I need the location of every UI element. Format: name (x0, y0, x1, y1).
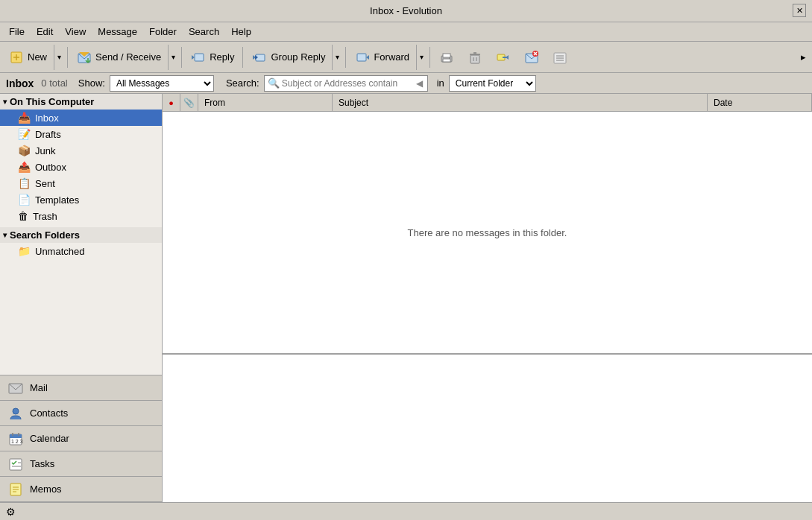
menu-edit[interactable]: Edit (31, 25, 59, 39)
new-icon (8, 49, 25, 66)
on-this-computer-header[interactable]: ▾ On This Computer (0, 94, 162, 110)
junk-icon: 📦 (18, 145, 31, 156)
titlebar-title: Inbox - Evolution (370, 5, 442, 16)
trash-icon: 🗑 (18, 210, 28, 222)
list-icon (552, 49, 568, 66)
folder-templates-label: Templates (35, 194, 79, 206)
nav-calendar-button[interactable]: 1 2 3 Calendar (0, 426, 162, 451)
reply-button[interactable]: Reply (185, 45, 239, 70)
col-subject-label: Subject (339, 98, 368, 108)
col-header-from[interactable]: From (198, 94, 333, 111)
folder-templates[interactable]: 📄 Templates (0, 191, 162, 208)
folder-drafts-label: Drafts (35, 129, 61, 140)
nav-contacts-label: Contacts (30, 408, 68, 419)
search-clear-button[interactable]: ◀ (416, 78, 423, 89)
toolbar-more-button[interactable]: ▸ (797, 45, 809, 70)
menu-message[interactable]: Message (92, 25, 143, 39)
new-button[interactable]: New (3, 45, 52, 70)
message-list-body: There are no messages in this folder. (163, 112, 812, 353)
svg-rect-16 (443, 54, 450, 57)
drafts-icon: 📝 (18, 128, 31, 140)
menu-help[interactable]: Help (225, 25, 257, 39)
nav-contacts-button[interactable]: Contacts (0, 401, 162, 426)
folder-outbox[interactable]: 📤 Outbox (0, 159, 162, 175)
folder-junk[interactable]: 📦 Junk (0, 142, 162, 159)
bottom-nav: Mail Contacts (0, 375, 162, 502)
expand-search-folders-arrow-icon: ▾ (3, 231, 7, 239)
folder-unmatched[interactable]: 📁 Unmatched (0, 243, 162, 259)
forward-button[interactable]: Forward (349, 45, 415, 70)
on-this-computer-label: On This Computer (10, 96, 94, 107)
list-button[interactable] (547, 45, 573, 70)
show-select[interactable]: All Messages Unread Messages Recent Mess… (110, 75, 214, 92)
tasks-nav-icon (7, 456, 24, 472)
empty-message: There are no messages in this folder. (408, 227, 567, 238)
svg-rect-8 (195, 54, 204, 61)
move-button[interactable] (490, 45, 517, 70)
search-label: Search: (226, 77, 259, 89)
search-input[interactable] (282, 78, 416, 89)
send-receive-button[interactable]: Send / Receive (71, 45, 166, 70)
print-button[interactable] (433, 45, 460, 70)
col-header-attach[interactable]: 📎 (180, 94, 198, 111)
menubar: File Edit View Message Folder Search Hel… (0, 22, 812, 42)
search-scope-select[interactable]: Current Folder All Folders Current Accou… (449, 75, 536, 92)
main-area: ▾ On This Computer 📥 Inbox 📝 Drafts 📦 Ju… (0, 94, 812, 502)
delete-button[interactable] (462, 45, 488, 70)
folder-outbox-label: Outbox (35, 162, 66, 173)
col-header-subject[interactable]: Subject (333, 94, 708, 111)
nav-tasks-button[interactable]: Tasks (0, 451, 162, 477)
attach-col-icon: 📎 (183, 98, 195, 108)
show-label: Show: (78, 77, 105, 89)
forward-dropdown-arrow[interactable]: ▾ (416, 45, 427, 70)
folder-trash[interactable]: 🗑 Trash (0, 208, 162, 224)
folder-drafts[interactable]: 📝 Drafts (0, 126, 162, 142)
folder-count: 0 total (41, 77, 67, 89)
svg-rect-19 (470, 55, 479, 63)
search-folders-label: Search Folders (10, 229, 80, 241)
toolbar: New ▾ Send / Receive ▾ Reply (0, 42, 812, 73)
svg-rect-13 (357, 54, 366, 61)
nav-mail-button[interactable]: Mail (0, 375, 162, 401)
folder-sent[interactable]: 📋 Sent (0, 175, 162, 191)
folder-inbox[interactable]: 📥 Inbox (0, 110, 162, 126)
folder-inbox-label: Inbox (35, 112, 59, 124)
new-label: New (28, 51, 47, 63)
expand-arrow-icon: ▾ (3, 98, 7, 106)
folder-trash-label: Trash (33, 211, 57, 222)
status-icon: ⚙ (6, 506, 16, 518)
group-reply-button[interactable]: Group Reply (246, 45, 330, 70)
search-folders-header[interactable]: ▾ Search Folders (0, 227, 162, 243)
sent-icon: 📋 (18, 177, 31, 189)
group-reply-dropdown-arrow[interactable]: ▾ (332, 45, 342, 70)
folder-tree: ▾ On This Computer 📥 Inbox 📝 Drafts 📦 Ju… (0, 94, 162, 375)
menu-folder[interactable]: Folder (143, 25, 183, 39)
menu-search[interactable]: Search (183, 25, 225, 39)
message-list-header: ● 📎 From Subject Date (163, 94, 812, 112)
titlebar: Inbox - Evolution ✕ (0, 0, 812, 22)
col-header-date[interactable]: Date (708, 94, 812, 111)
toolbar-sep-4 (345, 47, 346, 68)
group-reply-label: Group Reply (271, 51, 325, 63)
status-col-icon: ● (169, 98, 174, 107)
spam-button[interactable] (518, 45, 545, 70)
unmatched-icon: 📁 (18, 245, 31, 257)
group-reply-icon (251, 49, 268, 66)
new-dropdown-arrow[interactable]: ▾ (54, 45, 64, 70)
send-receive-icon (76, 49, 92, 66)
nav-tasks-label: Tasks (30, 458, 54, 469)
toolbar-sep-5 (429, 47, 430, 68)
menu-file[interactable]: File (3, 25, 31, 39)
nav-memos-button[interactable]: Memos (0, 477, 162, 502)
send-receive-label: Send / Receive (95, 51, 161, 63)
message-preview-pane (163, 353, 812, 502)
col-header-status[interactable]: ● (163, 94, 180, 111)
mail-nav-icon (7, 380, 24, 396)
move-icon (495, 49, 512, 66)
send-receive-dropdown-arrow[interactable]: ▾ (168, 45, 178, 70)
nav-mail-label: Mail (30, 382, 48, 393)
toolbar-sep-3 (242, 47, 243, 68)
search-box-container: 🔍 ◀ (264, 75, 428, 92)
menu-view[interactable]: View (59, 25, 92, 39)
close-button[interactable]: ✕ (793, 4, 806, 17)
